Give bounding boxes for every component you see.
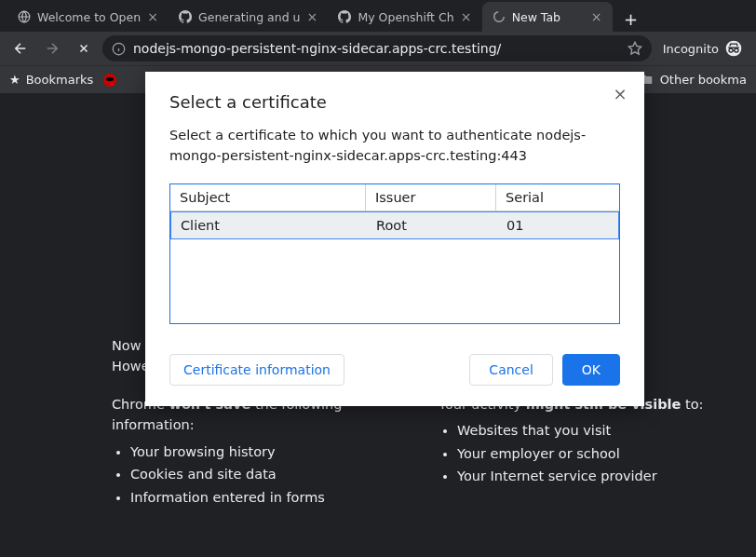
tab-strip: Welcome to Open × Generating and u × My … <box>0 0 756 32</box>
tab-4[interactable]: New Tab × <box>482 2 613 32</box>
forward-button[interactable] <box>39 35 65 61</box>
other-bookmarks-label: Other bookma <box>660 73 747 87</box>
incognito-right-col: Your activity might still be visible to:… <box>439 394 719 509</box>
globe-icon <box>17 9 32 24</box>
certificate-dialog: × Select a certificate Select a certific… <box>145 72 644 406</box>
back-button[interactable] <box>7 35 34 61</box>
tab-2[interactable]: Generating and u × <box>169 2 328 32</box>
bookmarks-label: Bookmarks <box>26 73 94 87</box>
close-icon[interactable]: × <box>590 10 603 23</box>
other-bookmarks[interactable]: Other bookma <box>640 73 747 87</box>
tab-1[interactable]: Welcome to Open × <box>7 2 169 32</box>
incognito-label: Incognito <box>663 42 719 56</box>
list-item: Information entered in forms <box>130 487 392 508</box>
col-serial[interactable]: Serial <box>496 184 619 211</box>
incognito-indicator: Incognito <box>657 39 749 58</box>
loading-spinner-icon <box>492 9 506 24</box>
svg-point-1 <box>493 12 504 22</box>
cancel-button[interactable]: Cancel <box>469 354 552 386</box>
svg-point-3 <box>726 41 742 57</box>
certificate-table: Subject Issuer Serial Client Root 01 <box>169 183 620 324</box>
github-icon <box>178 9 193 24</box>
list-item: Cookies and site data <box>130 464 392 484</box>
list-item: Websites that you visit <box>457 420 719 441</box>
dialog-title: Select a certificate <box>169 92 620 112</box>
bookmark-star-icon[interactable] <box>628 41 642 56</box>
tab-title: Generating and u <box>198 10 300 24</box>
address-bar[interactable]: nodejs-mongo-persistent-nginx-sidecar.ap… <box>102 35 652 61</box>
tab-3[interactable]: My Openshift Ch × <box>328 2 481 32</box>
cell-issuer: Root <box>367 212 497 238</box>
dialog-actions: Certificate information Cancel OK <box>169 354 620 386</box>
incognito-icon[interactable] <box>724 39 743 58</box>
new-tab-button[interactable]: + <box>618 6 644 32</box>
list-item: Your Internet service provider <box>457 466 719 486</box>
stop-button[interactable] <box>71 35 97 61</box>
table-header: Subject Issuer Serial <box>170 184 619 211</box>
info-icon[interactable] <box>112 42 126 56</box>
github-icon <box>337 9 352 24</box>
dialog-close-button[interactable]: × <box>611 85 629 103</box>
ok-button[interactable]: OK <box>562 354 620 386</box>
toolbar: nodejs-mongo-persistent-nginx-sidecar.ap… <box>0 32 756 65</box>
close-icon[interactable]: × <box>460 10 473 23</box>
certificate-info-button[interactable]: Certificate information <box>169 354 344 386</box>
close-icon[interactable]: × <box>146 10 159 23</box>
star-icon: ★ <box>9 73 20 87</box>
list-item: Your browsing history <box>130 442 392 462</box>
cell-subject: Client <box>171 212 367 238</box>
tab-title: Welcome to Open <box>37 10 141 24</box>
tab-title: New Tab <box>512 10 585 24</box>
list-item: Your employer or school <box>457 443 719 464</box>
table-body[interactable]: Client Root 01 <box>170 211 619 323</box>
bookmarks-menu[interactable]: ★ Bookmarks <box>9 73 93 87</box>
close-icon[interactable]: × <box>305 10 318 23</box>
tab-title: My Openshift Ch <box>358 10 453 24</box>
col-issuer[interactable]: Issuer <box>366 184 496 211</box>
dialog-message: Select a certificate to which you want t… <box>169 125 620 167</box>
redhat-bookmark-icon[interactable] <box>102 73 117 88</box>
table-row[interactable]: Client Root 01 <box>170 211 619 239</box>
cell-serial: 01 <box>497 212 618 238</box>
svg-point-5 <box>106 76 114 80</box>
col-subject[interactable]: Subject <box>170 184 366 211</box>
url-text: nodejs-mongo-persistent-nginx-sidecar.ap… <box>133 41 501 56</box>
incognito-left-col: Chrome won't save the following informat… <box>112 394 392 509</box>
